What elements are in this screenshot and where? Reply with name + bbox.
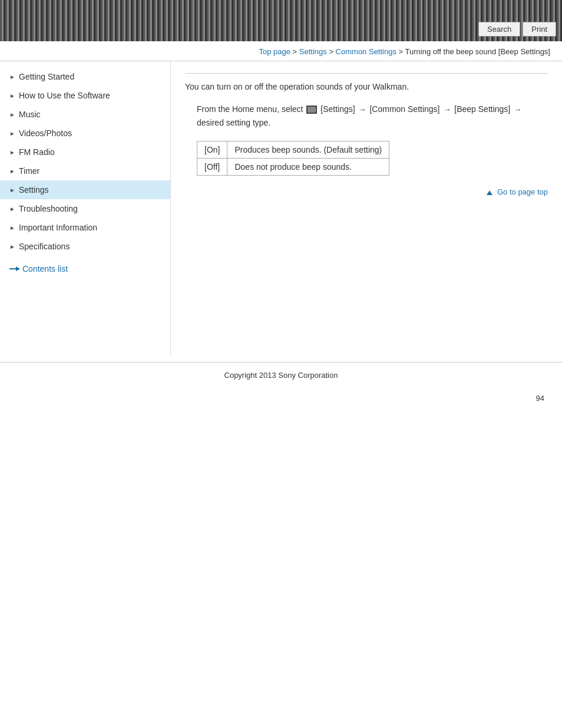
breadcrumb: Top page > Settings > Common Settings > … <box>0 41 562 61</box>
chevron-right-icon: ► <box>9 111 15 117</box>
sidebar-item-troubleshooting[interactable]: ► Troubleshooting <box>0 199 170 218</box>
sidebar-item-videos-photos[interactable]: ► Videos/Photos <box>0 124 170 143</box>
settings-icon <box>306 106 317 114</box>
chevron-right-icon: ► <box>9 243 15 249</box>
arrow-icon: → <box>443 105 451 114</box>
table-cell-description: Does not produce beep sounds. <box>227 159 389 176</box>
sidebar-label: Music <box>19 110 41 119</box>
chevron-right-icon: ► <box>9 206 15 212</box>
go-to-top[interactable]: Go to page top <box>185 187 548 196</box>
go-to-top-label: Go to page top <box>497 187 548 196</box>
sidebar-item-timer[interactable]: ► Timer <box>0 162 170 180</box>
arrow-right-icon <box>9 265 20 272</box>
breadcrumb-sep2: > <box>329 47 335 56</box>
sidebar-item-settings[interactable]: ► Settings <box>0 180 170 199</box>
sidebar-label: FM Radio <box>19 147 55 157</box>
search-button[interactable]: Search <box>478 22 520 37</box>
sidebar-item-getting-started[interactable]: ► Getting Started <box>0 67 170 86</box>
page-header: Search Print <box>0 0 562 41</box>
sidebar-label: Videos/Photos <box>19 129 72 138</box>
copyright-text: Copyright 2013 Sony Corporation <box>224 371 338 380</box>
sidebar-label: Specifications <box>19 242 70 251</box>
sidebar-item-specifications[interactable]: ► Specifications <box>0 237 170 256</box>
chevron-right-icon: ► <box>9 130 15 136</box>
table-cell-description: Produces beep sounds. (Default setting) <box>227 141 389 159</box>
breadcrumb-sep1: > <box>293 47 299 56</box>
beep-settings-table: [On] Produces beep sounds. (Default sett… <box>197 141 389 176</box>
contents-list-anchor[interactable]: Contents list <box>22 264 68 274</box>
sidebar-label: Getting Started <box>19 72 74 81</box>
chevron-right-icon: ► <box>9 187 15 193</box>
table-cell-option: [Off] <box>197 159 227 176</box>
page-footer: Copyright 2013 Sony Corporation <box>0 362 562 388</box>
page-number: 94 <box>0 388 562 409</box>
chevron-right-icon: ► <box>9 74 15 80</box>
breadcrumb-current: Turning off the beep sound [Beep Setting… <box>405 47 550 56</box>
sidebar-label: How to Use the Software <box>19 91 110 100</box>
main-layout: ► Getting Started ► How to Use the Softw… <box>0 61 562 356</box>
top-divider <box>185 73 548 74</box>
sidebar-label: Troubleshooting <box>19 204 78 213</box>
svg-marker-1 <box>16 266 20 271</box>
triangle-up-icon <box>487 190 492 195</box>
content-description: You can turn on or off the operation sou… <box>185 81 548 93</box>
chevron-right-icon: ► <box>9 168 15 174</box>
breadcrumb-sep3: > <box>399 47 405 56</box>
breadcrumb-top-page[interactable]: Top page <box>259 47 290 56</box>
contents-list-link[interactable]: Contents list <box>0 258 170 278</box>
go-to-top-link[interactable]: Go to page top <box>487 187 548 196</box>
chevron-right-icon: ► <box>9 149 15 155</box>
sidebar: ► Getting Started ► How to Use the Softw… <box>0 61 171 356</box>
breadcrumb-common-settings[interactable]: Common Settings <box>336 47 396 56</box>
arrow-icon: → <box>359 105 366 114</box>
breadcrumb-settings[interactable]: Settings <box>299 47 327 56</box>
sidebar-label: Settings <box>19 185 49 195</box>
print-button[interactable]: Print <box>523 22 556 37</box>
table-cell-option: [On] <box>197 141 227 159</box>
instruction-text: From the Home menu, select [Settings] → … <box>197 103 548 129</box>
sidebar-item-music[interactable]: ► Music <box>0 105 170 124</box>
table-row: [Off] Does not produce beep sounds. <box>197 159 389 176</box>
sidebar-item-how-to-use[interactable]: ► How to Use the Software <box>0 86 170 105</box>
sidebar-label: Timer <box>19 166 39 176</box>
sidebar-item-fm-radio[interactable]: ► FM Radio <box>0 143 170 162</box>
sidebar-label: Important Information <box>19 223 97 232</box>
main-content: You can turn on or off the operation sou… <box>171 61 562 208</box>
chevron-right-icon: ► <box>9 93 15 98</box>
table-row: [On] Produces beep sounds. (Default sett… <box>197 141 389 159</box>
chevron-right-icon: ► <box>9 225 15 230</box>
sidebar-item-important-information[interactable]: ► Important Information <box>0 218 170 237</box>
header-buttons: Search Print <box>478 22 556 37</box>
arrow-icon: → <box>514 105 521 114</box>
